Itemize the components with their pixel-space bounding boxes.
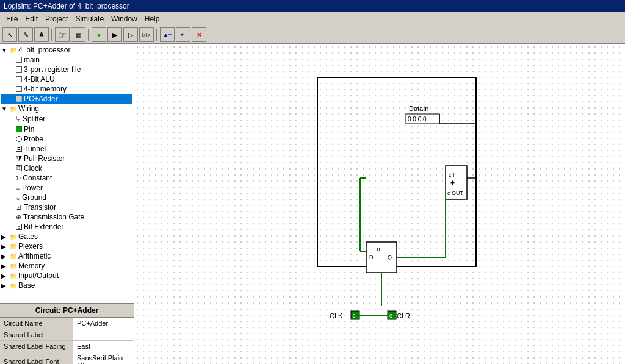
tree-label-transistor: Transistor <box>24 203 56 212</box>
memory-toggle[interactable]: ▶ <box>1 263 10 269</box>
left-panel: ▼ 📁 4_bit_processor main 3-port register… <box>0 44 134 364</box>
menu-bar: File Edit Project Simulate Window Help <box>0 12 625 26</box>
tree-label-memory-folder: Memory <box>18 262 45 270</box>
tree-item-3port[interactable]: 3-port register file <box>1 65 132 74</box>
delete-button[interactable]: ✕ <box>192 27 206 42</box>
select-tool-button[interactable]: ↖ <box>2 27 17 42</box>
prop-label-shared: Shared Label <box>0 329 73 341</box>
tree-item-power[interactable]: ⏚ Power <box>1 183 132 193</box>
io-toggle[interactable]: ▶ <box>1 273 10 279</box>
clk-label: CLK <box>330 312 343 319</box>
tree-label-plexers: Plexers <box>18 242 43 251</box>
tree-root[interactable]: ▼ 📁 4_bit_processor <box>1 45 132 55</box>
menu-help[interactable]: Help <box>141 13 164 24</box>
tree-label-gates: Gates <box>18 232 38 241</box>
tree-label-io: Input/Output <box>18 271 59 280</box>
tree-root-label: 4_bit_processor <box>18 46 70 54</box>
prop-row-facing: Shared Label Facing East <box>0 341 134 352</box>
menu-file[interactable]: File <box>2 13 21 24</box>
tree-view[interactable]: ▼ 📁 4_bit_processor main 3-port register… <box>0 44 134 303</box>
tree-item-ground[interactable]: ⏚ Ground <box>1 193 132 202</box>
tree-item-memory[interactable]: 4-bit memory <box>1 84 132 94</box>
gates-toggle[interactable]: ▶ <box>1 234 10 240</box>
tree-label-probe: Probe <box>24 135 43 143</box>
tree-item-arithmetic[interactable]: ▶ 📁 Arithmetic <box>1 251 132 261</box>
menu-project[interactable]: Project <box>42 13 71 24</box>
prop-value-font[interactable]: SansSerif Plain 12 <box>73 352 134 365</box>
base-toggle[interactable]: ▶ <box>1 282 10 289</box>
canvas-area[interactable]: DataIn 0 0 0 0 c In + c OUT 0 D Q CLK 0 … <box>134 44 625 364</box>
tree-item-tunnel[interactable]: ⊏ Tunnel <box>1 144 132 154</box>
toolbar-separator-1 <box>51 29 52 41</box>
tree-item-memory-folder[interactable]: ▶ 📁 Memory <box>1 261 132 271</box>
tree-item-base[interactable]: ▶ 📁 Base <box>1 280 132 290</box>
prop-value-shared[interactable] <box>73 329 134 341</box>
toolbar-separator-2 <box>88 29 89 41</box>
wiring-toggle[interactable]: ▼ <box>1 105 10 112</box>
tree-label-wiring: Wiring <box>18 104 39 113</box>
sim-vfast-button[interactable]: ▷▷ <box>139 27 154 42</box>
text-tool-button[interactable]: A <box>34 27 49 42</box>
circuit-svg: DataIn 0 0 0 0 c In + c OUT 0 D Q CLK 0 … <box>134 44 625 364</box>
title-bar: Logisim: PC+Adder of 4_bit_processor <box>0 0 625 12</box>
tree-label-transgate: Transmission Gate <box>23 213 84 221</box>
tree-label-alu: 4-Bit ALU <box>24 75 55 84</box>
tree-label-pcadder: PC+Adder <box>24 95 58 103</box>
add-down-button[interactable]: ▼- <box>176 27 190 42</box>
tree-label-power: Power <box>22 184 43 192</box>
clr-box-value: 0 <box>389 313 392 319</box>
menu-edit[interactable]: Edit <box>21 13 42 24</box>
prop-label-name: Circuit Name <box>0 318 73 329</box>
tree-item-pcadder[interactable]: PC+Adder <box>1 94 132 104</box>
tree-label-constant: Constant <box>23 174 52 182</box>
add-up-button[interactable]: ▲+ <box>160 27 175 42</box>
tree-item-alu[interactable]: 4-Bit ALU <box>1 74 132 84</box>
menu-tool-button[interactable]: ▦ <box>71 27 85 42</box>
tree-label-splitter: Splitter <box>23 115 45 123</box>
tree-item-wiring[interactable]: ▼ 📁 Wiring <box>1 104 132 113</box>
arithmetic-toggle[interactable]: ▶ <box>1 253 10 260</box>
prop-row-font: Shared Label Font SansSerif Plain 12 <box>0 352 134 365</box>
reg-value: 0 <box>377 246 380 252</box>
tree-item-gates[interactable]: ▶ 📁 Gates <box>1 232 132 241</box>
tree-item-pin[interactable]: Pin <box>1 124 132 134</box>
prop-value-facing[interactable]: East <box>73 341 134 352</box>
root-toggle[interactable]: ▼ <box>1 47 10 54</box>
plexers-toggle[interactable]: ▶ <box>1 243 10 250</box>
tree-label-ground: Ground <box>22 193 46 202</box>
sim-on-button[interactable]: ● <box>92 27 106 42</box>
main-layout: ▼ 📁 4_bit_processor main 3-port register… <box>0 44 625 364</box>
poke-tool-button[interactable]: ☞ <box>55 27 70 42</box>
tree-item-bitextender[interactable]: b Bit Extender <box>1 222 132 232</box>
menu-simulate[interactable]: Simulate <box>71 13 107 24</box>
toolbar-separator-3 <box>156 29 157 41</box>
prop-value-name[interactable]: PC+Adder <box>73 318 134 329</box>
tree-item-main[interactable]: main <box>1 55 132 65</box>
properties-table: Circuit Name PC+Adder Shared Label Share… <box>0 318 134 364</box>
tree-label-main: main <box>24 55 40 64</box>
wiring-tool-button[interactable]: ✎ <box>18 27 33 42</box>
tree-item-constant[interactable]: 1· Constant <box>1 173 132 183</box>
tree-item-splitter[interactable]: ⑂ Splitter <box>1 113 132 124</box>
tree-item-transistor[interactable]: ⊿ Transistor <box>1 202 132 212</box>
tree-item-plexers[interactable]: ▶ 📁 Plexers <box>1 241 132 251</box>
prop-label-facing: Shared Label Facing <box>0 341 73 352</box>
title-text: Logisim: PC+Adder of 4_bit_processor <box>4 2 129 10</box>
tree-item-io[interactable]: ▶ 📁 Input/Output <box>1 271 132 280</box>
cin-label: c In <box>449 172 458 178</box>
tree-label-pin: Pin <box>24 125 34 134</box>
tree-label-3port: 3-port register file <box>24 65 81 74</box>
menu-window[interactable]: Window <box>107 13 141 24</box>
tree-label-pullresistor: Pull Resistor <box>24 154 65 163</box>
tree-label-tunnel: Tunnel <box>24 145 46 153</box>
tree-item-clock[interactable]: ⊡ Clock <box>1 163 132 173</box>
reg-d-label: D <box>369 254 374 260</box>
prop-label-font: Shared Label Font <box>0 352 73 365</box>
sim-fast-button[interactable]: ▷ <box>123 27 138 42</box>
properties-title: Circuit: PC+Adder <box>0 304 134 318</box>
tree-item-transgate[interactable]: ⊕ Transmission Gate <box>1 212 132 222</box>
adder-plus: + <box>450 179 455 187</box>
tree-item-pullresistor[interactable]: ⧩ Pull Resistor <box>1 154 132 163</box>
sim-step-button[interactable]: ▶ <box>107 27 122 42</box>
tree-item-probe[interactable]: Probe <box>1 134 132 144</box>
